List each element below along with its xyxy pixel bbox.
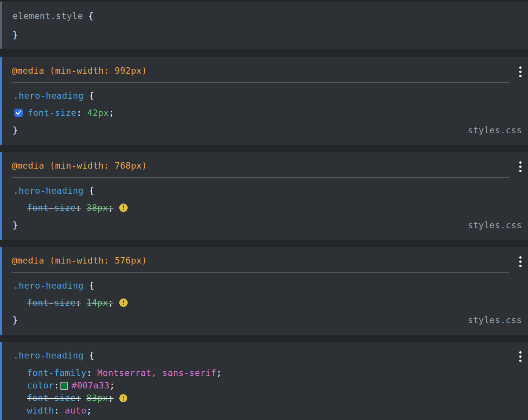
colon: : bbox=[76, 203, 81, 213]
warning-icon bbox=[119, 203, 128, 212]
media-query-text[interactable]: @media (min-width: 576px) bbox=[12, 256, 147, 265]
devtools-styles-pane: element.style{ } @media (min-width: 992p… bbox=[0, 0, 528, 420]
declaration-row: font-family:Montserrat, sans-serif; bbox=[8, 367, 522, 379]
property-value[interactable]: Montserrat, sans-serif bbox=[97, 367, 216, 379]
element-style-close-line: } bbox=[8, 29, 522, 41]
close-brace: } bbox=[13, 314, 18, 326]
declaration-row-overridden: font-size:38px; bbox=[8, 201, 522, 215]
media-rule-768: @media (min-width: 768px) .hero-heading{… bbox=[0, 152, 528, 240]
open-brace: { bbox=[89, 281, 94, 291]
rule-selector-row: .hero-heading{ bbox=[8, 185, 522, 197]
property-name[interactable]: font-size bbox=[27, 298, 76, 308]
media-query-row: @media (min-width: 768px) bbox=[8, 159, 522, 172]
section-menu-button[interactable] bbox=[517, 256, 524, 267]
rule-selector-row: .hero-heading{ bbox=[8, 90, 522, 102]
declaration-row: width:auto; bbox=[8, 404, 522, 417]
media-divider bbox=[12, 272, 509, 273]
overridden-declaration[interactable]: font-size:83px; bbox=[27, 392, 114, 404]
colon: : bbox=[54, 404, 59, 417]
declaration-row: font-size:42px; bbox=[8, 106, 522, 120]
colon: : bbox=[76, 108, 82, 118]
open-brace: { bbox=[89, 91, 94, 101]
property-value[interactable]: #007a33 bbox=[72, 379, 110, 392]
vertical-ellipsis-icon bbox=[519, 256, 522, 259]
semicolon: ; bbox=[108, 298, 113, 308]
rule-selector-row: .hero-heading{ bbox=[8, 349, 522, 362]
rule-close-row: } styles.css bbox=[8, 314, 522, 326]
semicolon: ; bbox=[108, 393, 113, 403]
media-query-row: @media (min-width: 576px) bbox=[8, 254, 522, 267]
open-brace: { bbox=[89, 351, 94, 360]
open-brace: { bbox=[88, 11, 93, 21]
overridden-declaration[interactable]: font-size:38px; bbox=[27, 203, 114, 213]
color-swatch[interactable] bbox=[60, 382, 68, 390]
close-brace: } bbox=[13, 219, 18, 231]
rule-selector[interactable]: .hero-heading bbox=[13, 91, 84, 101]
warning-icon bbox=[119, 394, 128, 403]
element-style-open-line: element.style{ bbox=[8, 10, 522, 22]
section-menu-button[interactable] bbox=[517, 351, 524, 362]
section-gap bbox=[0, 145, 528, 152]
source-file-link[interactable]: styles.css bbox=[468, 219, 522, 231]
property-value[interactable]: 42px bbox=[87, 108, 109, 118]
property-value[interactable]: 14px bbox=[86, 298, 108, 308]
property-name[interactable]: font-family bbox=[27, 367, 87, 379]
colon: : bbox=[54, 379, 59, 392]
property-name[interactable]: font-size bbox=[28, 108, 76, 118]
property-name[interactable]: font-size bbox=[27, 393, 76, 403]
rule-selector[interactable]: .hero-heading bbox=[13, 186, 84, 196]
declaration-row: color:#007a33; bbox=[8, 379, 522, 392]
rule-close-row: } styles.css bbox=[8, 219, 522, 231]
rule-selector-row: .hero-heading{ bbox=[8, 279, 522, 292]
semicolon: ; bbox=[87, 404, 92, 417]
media-divider bbox=[12, 82, 509, 83]
check-icon bbox=[16, 111, 21, 115]
colon: : bbox=[87, 417, 92, 420]
property-value[interactable]: 83px bbox=[86, 393, 108, 403]
open-brace: { bbox=[89, 186, 94, 196]
media-query-text[interactable]: @media (min-width: 992px) bbox=[12, 66, 147, 76]
semicolon: ; bbox=[109, 108, 114, 118]
property-value[interactable]: auto bbox=[65, 404, 87, 417]
property-name[interactable]: font-weight bbox=[27, 417, 87, 420]
declaration-row-clipped: font-weight: bbox=[8, 417, 522, 420]
rule-selector[interactable]: .hero-heading bbox=[13, 351, 84, 360]
semicolon: ; bbox=[109, 379, 115, 392]
rule-close-row: } styles.css bbox=[8, 124, 522, 136]
property-name[interactable]: width bbox=[27, 404, 54, 417]
semicolon: ; bbox=[108, 203, 113, 213]
element-style-selector[interactable]: element.style bbox=[13, 11, 83, 21]
property-name[interactable]: color bbox=[27, 379, 54, 392]
declaration-row-overridden: font-size:14px; bbox=[8, 296, 522, 309]
declaration-row-overridden: font-size:83px; bbox=[8, 392, 522, 404]
section-gap bbox=[0, 49, 528, 57]
colon: : bbox=[76, 393, 81, 403]
media-query-text[interactable]: @media (min-width: 768px) bbox=[12, 161, 147, 171]
vertical-ellipsis-icon bbox=[519, 66, 522, 69]
rule-element-style: element.style{ } bbox=[0, 2, 528, 49]
section-gap bbox=[0, 240, 528, 247]
warning-icon bbox=[119, 298, 128, 307]
section-menu-button[interactable] bbox=[517, 161, 524, 172]
colon: : bbox=[76, 298, 81, 308]
overridden-declaration[interactable]: font-size:14px; bbox=[27, 298, 114, 308]
close-brace: } bbox=[13, 30, 18, 40]
declaration-enabled-checkbox[interactable] bbox=[14, 109, 23, 117]
style-rule-hero-heading: .hero-heading{ font-family:Montserrat, s… bbox=[0, 342, 528, 420]
semicolon: ; bbox=[216, 367, 221, 379]
source-file-link[interactable]: styles.css bbox=[468, 314, 522, 326]
media-divider bbox=[12, 177, 509, 178]
media-query-row: @media (min-width: 992px) bbox=[8, 65, 522, 77]
media-rule-992: @media (min-width: 992px) .hero-heading{… bbox=[0, 57, 528, 145]
section-gap bbox=[0, 335, 528, 342]
property-name[interactable]: font-size bbox=[27, 203, 76, 213]
colon: : bbox=[87, 367, 92, 379]
rule-selector[interactable]: .hero-heading bbox=[13, 281, 84, 291]
close-brace: } bbox=[13, 124, 18, 136]
vertical-ellipsis-icon bbox=[519, 161, 522, 164]
section-menu-button[interactable] bbox=[517, 66, 524, 77]
media-rule-576: @media (min-width: 576px) .hero-heading{… bbox=[0, 247, 528, 335]
vertical-ellipsis-icon bbox=[519, 351, 522, 354]
property-value[interactable]: 38px bbox=[86, 203, 108, 213]
source-file-link[interactable]: styles.css bbox=[468, 124, 522, 136]
